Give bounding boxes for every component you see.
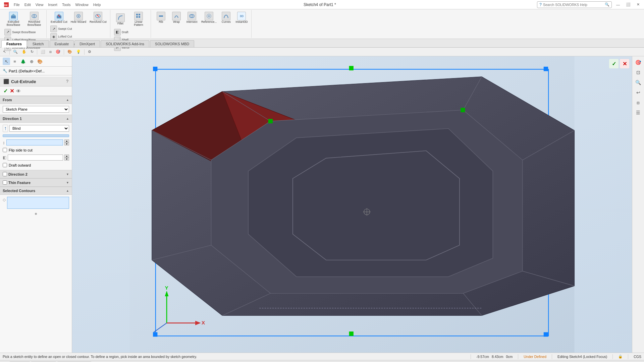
- from-section-content: Sketch Plane Surface/Face/Plane Vertex O…: [0, 104, 72, 115]
- display-style-tool[interactable]: ⬜: [39, 49, 47, 55]
- tree-tool-button[interactable]: 🌲: [19, 58, 27, 65]
- minimize-button[interactable]: —: [614, 2, 622, 7]
- file-menu[interactable]: File: [12, 2, 21, 7]
- extruded-boss-button[interactable]: Extruded Boss/Base: [3, 11, 23, 28]
- cancel-button[interactable]: ✕: [10, 88, 14, 94]
- hole-wizard-button[interactable]: Hole Wizard: [69, 11, 88, 24]
- close-button[interactable]: ✕: [635, 2, 641, 7]
- tab-addins[interactable]: SOLIDWORKS Add-Ins: [101, 40, 149, 47]
- draft-decrement-button[interactable]: ▼: [64, 158, 69, 161]
- view-orientation-tool[interactable]: 🎯: [54, 49, 62, 55]
- contour-list-box[interactable]: [7, 197, 69, 209]
- tab-dimxpert[interactable]: DimXpert: [74, 40, 100, 47]
- zoom-tool[interactable]: 🔍: [11, 49, 19, 55]
- zoom-fit-button[interactable]: ⊡: [634, 68, 643, 77]
- intersect-label: Intersect: [186, 20, 198, 23]
- revolved-boss-button[interactable]: Revolved Boss/Base: [24, 11, 44, 28]
- pan-tool[interactable]: ✋: [20, 49, 28, 55]
- tab-features[interactable]: Features: [1, 40, 27, 48]
- depth-input[interactable]: 1.50cm: [6, 139, 63, 145]
- main-toolbar: Extruded Boss/Base Revolved Boss/Base ↗ …: [0, 9, 644, 39]
- tab-sketch[interactable]: Sketch: [28, 40, 49, 47]
- appearances-tool[interactable]: 🎨: [66, 49, 74, 55]
- zoom-in-button[interactable]: 🔍: [634, 78, 643, 87]
- color-tool-button[interactable]: 🎨: [36, 58, 44, 65]
- part1-tree-item[interactable]: 🔧 Part1 (Default<<Def...: [3, 68, 69, 74]
- draft-outward-label: Draft outward: [9, 163, 31, 167]
- display-panel-button[interactable]: ☰: [634, 108, 643, 117]
- window-menu[interactable]: Window: [74, 2, 90, 7]
- list-tool-button[interactable]: ≡: [11, 58, 18, 65]
- rotate-tool[interactable]: ↻: [29, 49, 35, 55]
- swept-lofted-group: ↗ Swept Boss/Base ◈ Lofted Boss/Base ⬡ B…: [3, 28, 41, 51]
- svg-text:X: X: [202, 320, 205, 325]
- restore-button[interactable]: ⬜: [624, 2, 632, 7]
- draft-button[interactable]: ◧ Draft: [113, 28, 131, 36]
- curves-button[interactable]: Curves: [219, 11, 233, 24]
- svg-rect-24: [544, 67, 548, 71]
- previous-view-button[interactable]: ↩: [634, 88, 643, 97]
- swept-boss-button[interactable]: ↗ Swept Boss/Base: [3, 28, 41, 36]
- instant3d-button[interactable]: 3D Instant3D: [234, 11, 249, 24]
- status-defined: Under Defined: [524, 355, 546, 359]
- thin-feature-section-header[interactable]: Thin Feature ▼: [0, 178, 72, 187]
- draft-increment-button[interactable]: ▲: [64, 155, 69, 158]
- ok-button[interactable]: ✓: [3, 88, 8, 94]
- tab-evaluate[interactable]: Evaluate: [50, 40, 74, 47]
- lofted-cut-button[interactable]: ◈ Lofted Cut: [49, 33, 77, 40]
- rib-button[interactable]: Rib: [154, 11, 168, 24]
- search-input[interactable]: [543, 3, 603, 7]
- view-cancel-button[interactable]: ✕: [620, 59, 629, 68]
- from-section-header[interactable]: From ▲: [0, 96, 72, 104]
- curves-label: Curves: [222, 20, 231, 23]
- help-menu[interactable]: Help: [92, 2, 103, 7]
- wrap-button[interactable]: Wrap: [169, 11, 184, 24]
- swept-cut-button[interactable]: ↗ Swept Cut: [49, 25, 77, 33]
- tools-menu[interactable]: Tools: [60, 2, 72, 7]
- depth-indicator: [3, 134, 69, 137]
- select-tool[interactable]: ↖: [1, 49, 8, 55]
- scenes-tool[interactable]: 💡: [74, 49, 83, 55]
- direction1-flip-button[interactable]: ↑: [3, 125, 8, 132]
- svg-point-9: [78, 15, 79, 17]
- linear-pattern-button[interactable]: Linear Pattern: [128, 11, 149, 28]
- from-label: From: [3, 98, 12, 102]
- origin-tool-button[interactable]: ⊕: [28, 58, 35, 65]
- tab-mbd[interactable]: SOLIDWORKS MBD: [150, 40, 194, 47]
- from-dropdown[interactable]: Sketch Plane Surface/Face/Plane Vertex O…: [3, 106, 69, 113]
- selected-contours-section-header[interactable]: Selected Contours ▲: [0, 187, 72, 195]
- svg-point-4: [33, 14, 35, 18]
- svg-rect-14: [136, 16, 138, 18]
- fillet-button[interactable]: Fillet: [113, 12, 128, 26]
- draft-input[interactable]: [8, 155, 63, 161]
- reference-button[interactable]: Reference...: [200, 11, 218, 24]
- flip-side-checkbox[interactable]: [3, 148, 7, 152]
- section-view-button[interactable]: ⧈: [634, 98, 643, 107]
- thin-feature-checkbox[interactable]: [3, 180, 7, 185]
- direction1-type-dropdown[interactable]: Blind Through All Through All-Both Up to…: [9, 125, 69, 132]
- direction2-section-header[interactable]: Direction 2 ▼: [0, 170, 72, 178]
- extruded-cut-button[interactable]: Extruded Cut: [49, 11, 69, 24]
- view-ok-button[interactable]: ✓: [609, 59, 619, 68]
- cursor-tool-button[interactable]: ↖: [3, 58, 10, 65]
- depth-decrement-button[interactable]: ▼: [64, 142, 69, 145]
- svg-rect-48: [268, 119, 273, 123]
- wrap-icon: [172, 12, 181, 20]
- panel-help-button[interactable]: ?: [66, 79, 68, 84]
- view-selector-button[interactable]: 🎯: [634, 58, 643, 67]
- edit-menu[interactable]: Edit: [23, 2, 33, 7]
- revolved-cut-button[interactable]: Revolved Cut: [88, 11, 108, 24]
- direction2-chevron: ▼: [66, 173, 69, 176]
- settings-tool[interactable]: ⚙: [86, 49, 93, 55]
- insert-menu[interactable]: Insert: [46, 2, 59, 7]
- section-view-tool[interactable]: ⧈: [48, 49, 53, 55]
- view-menu[interactable]: View: [34, 2, 45, 7]
- direction1-section-header[interactable]: Direction 1 ▲: [0, 115, 72, 123]
- direction2-checkbox[interactable]: [3, 172, 7, 176]
- depth-increment-button[interactable]: ▲: [64, 139, 69, 142]
- draft-outward-checkbox[interactable]: [3, 163, 7, 167]
- intersect-button[interactable]: Intersect: [184, 11, 199, 24]
- 3d-canvas: Y X: [72, 56, 632, 353]
- preview-button[interactable]: 👁: [16, 88, 21, 94]
- 3d-view-area[interactable]: ✓ ✕: [72, 56, 632, 353]
